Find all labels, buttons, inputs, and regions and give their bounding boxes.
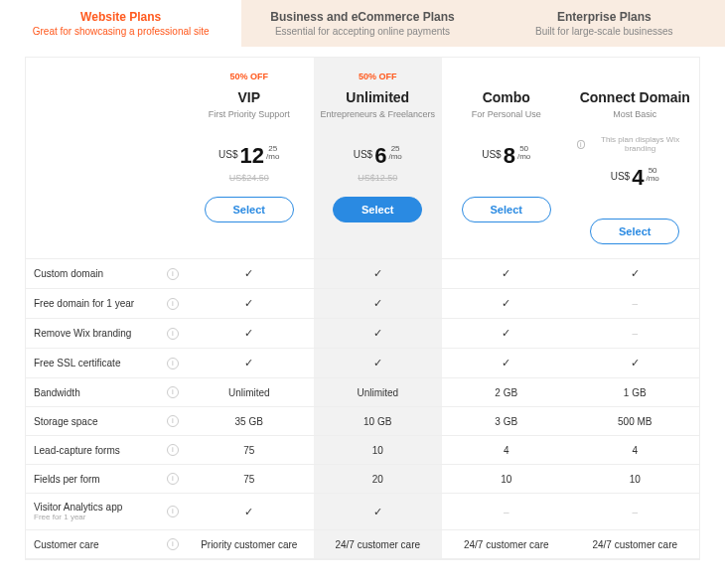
feature-value-text: ✓ — [373, 297, 382, 310]
feature-value: 500 MB — [571, 407, 700, 436]
price: US$1225/mo — [218, 145, 279, 167]
currency-label: US$ — [354, 149, 372, 160]
feature-value-text: – — [504, 507, 509, 517]
tab-1[interactable]: Business and eCommerce PlansEssential fo… — [241, 0, 483, 47]
feature-value-text: ✓ — [373, 506, 382, 518]
pricing-table-wrapper: 50% OFFVIPFirst Priority SupportUS$1225/… — [0, 47, 725, 570]
discount-badge: 50% OFF — [359, 72, 397, 83]
plan-tabs: Website PlansGreat for showcasing a prof… — [0, 0, 725, 47]
select-button-combo[interactable]: Select — [462, 197, 551, 222]
feature-value-text: 24/7 customer care — [592, 539, 677, 550]
feature-value-text: 10 — [372, 445, 383, 456]
price-major: 8 — [504, 145, 515, 167]
info-icon[interactable]: i — [167, 328, 179, 340]
select-button-vip[interactable]: Select — [205, 197, 294, 222]
feature-value: 4 — [571, 436, 700, 465]
feature-value-text: ✓ — [502, 297, 510, 310]
tab-title: Enterprise Plans — [492, 10, 717, 24]
feature-label: Lead-capture formsi — [26, 436, 185, 465]
feature-label: Free domain for 1 yeari — [26, 289, 185, 319]
feature-label: Custom domaini — [26, 259, 185, 289]
price-minor: 25/mo — [266, 145, 279, 161]
pricing-grid: 50% OFFVIPFirst Priority SupportUS$1225/… — [25, 57, 700, 560]
feature-value: 24/7 customer care — [442, 530, 571, 559]
feature-value-text: Priority customer care — [201, 539, 297, 550]
feature-label: Remove Wix brandingi — [26, 319, 185, 349]
feature-label-text: Free domain for 1 year — [34, 298, 134, 309]
feature-value-text: ✓ — [502, 267, 510, 280]
feature-value: ✓ — [185, 259, 314, 289]
plan-name: Connect Domain — [580, 89, 690, 105]
price-major: 4 — [632, 167, 644, 189]
corner-cell — [26, 58, 185, 259]
info-icon[interactable]: i — [167, 298, 179, 310]
price-period: /mo — [266, 153, 279, 161]
feature-value: – — [571, 319, 700, 349]
feature-value: 10 GB — [314, 407, 443, 436]
feature-value: Unlimited — [314, 378, 443, 407]
price-major: 12 — [240, 145, 264, 167]
feature-label-text: Storage space — [34, 416, 98, 427]
currency-label: US$ — [482, 149, 501, 160]
feature-label-sub: Free for 1 year — [34, 513, 122, 521]
feature-value: Unlimited — [185, 378, 314, 407]
info-icon[interactable]: i — [167, 444, 179, 456]
feature-value: – — [442, 494, 571, 530]
feature-value: ✓ — [442, 259, 571, 289]
feature-value: 4 — [442, 436, 571, 465]
plan-subtitle: For Personal Use — [472, 109, 541, 131]
feature-value-text: ✓ — [373, 357, 382, 369]
feature-value: 24/7 customer care — [314, 530, 443, 559]
feature-value-text: ✓ — [244, 357, 253, 369]
price-period: /mo — [517, 153, 530, 161]
feature-value-text: 10 — [630, 474, 641, 485]
select-button-unlimited[interactable]: Select — [333, 197, 422, 222]
info-icon[interactable]: i — [167, 386, 179, 398]
feature-value: 35 GB — [185, 407, 314, 436]
tab-0[interactable]: Website PlansGreat for showcasing a prof… — [0, 0, 241, 47]
feature-value: ✓ — [314, 289, 443, 319]
feature-label: Fields per formi — [26, 465, 185, 494]
feature-value-text: – — [632, 328, 638, 339]
feature-value: 3 GB — [442, 407, 571, 436]
tab-title: Business and eCommerce Plans — [249, 10, 475, 24]
feature-value-text: 10 — [501, 474, 511, 485]
feature-value-text: 4 — [504, 445, 509, 456]
original-price: US$24.50 — [229, 173, 269, 185]
info-icon[interactable]: i — [167, 415, 179, 427]
feature-label-text: Fields per form — [34, 474, 100, 485]
feature-value-text: 4 — [632, 445, 638, 456]
select-button-connect[interactable]: Select — [590, 219, 679, 244]
feature-value: 24/7 customer care — [571, 530, 700, 559]
info-icon[interactable]: i — [167, 538, 179, 550]
info-icon[interactable]: i — [167, 473, 179, 485]
feature-value-text: 75 — [243, 445, 254, 456]
price-minor: 25/mo — [388, 145, 401, 161]
currency-label: US$ — [218, 149, 237, 160]
feature-value: 20 — [314, 465, 443, 494]
plan-subtitle: First Priority Support — [209, 109, 290, 131]
feature-value-text: 500 MB — [618, 416, 652, 427]
feature-value: 10 — [571, 465, 700, 494]
feature-label-text: Custom domain — [34, 268, 103, 279]
info-icon[interactable]: i — [167, 358, 179, 369]
feature-label: Free SSL certificatei — [26, 349, 185, 378]
info-icon[interactable]: i — [167, 268, 179, 280]
feature-value-text: 3 GB — [495, 416, 517, 427]
price-major: 6 — [374, 145, 386, 167]
plan-subtitle: Most Basic — [613, 109, 656, 131]
feature-value-text: 2 GB — [495, 387, 517, 398]
plan-note: iThis plan displays Wix branding — [577, 135, 694, 153]
feature-value: 75 — [185, 436, 314, 465]
feature-label-text: Lead-capture forms — [34, 445, 120, 456]
plan-header-combo: ComboFor Personal UseUS$850/moSelect — [442, 58, 571, 259]
feature-value-text: 1 GB — [624, 387, 647, 398]
feature-value-text: 24/7 customer care — [335, 539, 420, 550]
plan-note-text: This plan displays Wix branding — [587, 135, 693, 153]
feature-value: ✓ — [571, 259, 700, 289]
feature-value-text: 20 — [372, 474, 383, 485]
price: US$850/mo — [482, 145, 530, 167]
info-icon[interactable]: i — [167, 506, 179, 517]
tab-2[interactable]: Enterprise PlansBuilt for large-scale bu… — [484, 0, 725, 47]
feature-value-text: ✓ — [244, 267, 253, 280]
